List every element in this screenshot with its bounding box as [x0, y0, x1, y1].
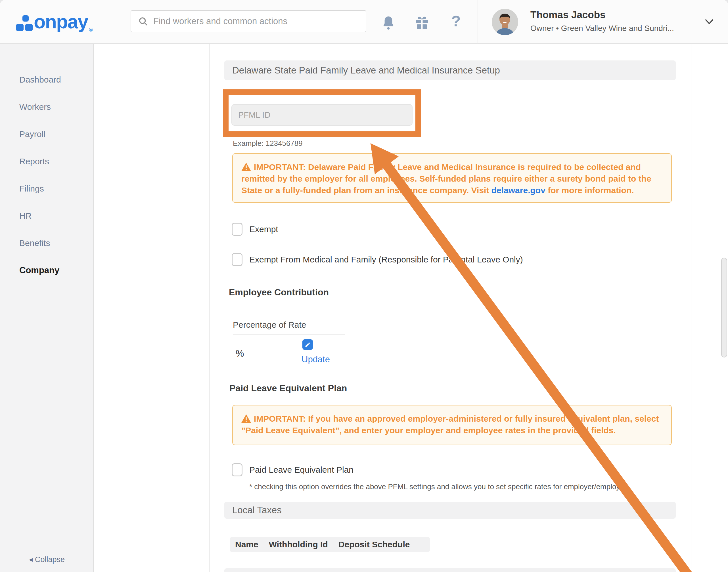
- chevron-down-icon[interactable]: [703, 16, 716, 27]
- registered-mark: ®: [89, 27, 93, 33]
- local-taxes-table-header: Name Withholding Id Deposit Schedule: [230, 537, 430, 552]
- pfml-important-warning: IMPORTANT: Delaware Paid Family Leave an…: [232, 153, 672, 203]
- search-icon: [138, 16, 148, 26]
- plep-footnote: * checking this option overrides the abo…: [249, 482, 628, 491]
- page-title: Delaware State Paid Family Leave and Med…: [224, 60, 676, 80]
- plep-checkbox[interactable]: [232, 463, 242, 476]
- warning1-text-post: for more information.: [545, 186, 634, 195]
- exempt-medical-label: Exempt From Medical and Family (Responsi…: [249, 255, 523, 265]
- pfml-id-input[interactable]: [231, 104, 413, 126]
- column-name: Name: [235, 540, 258, 549]
- warning-triangle-icon: [241, 414, 251, 423]
- plep-row: Paid Leave Equivalent Plan: [232, 463, 354, 476]
- user-name: Thomas Jacobs: [530, 9, 606, 20]
- exempt-medical-checkbox[interactable]: [232, 253, 242, 266]
- notifications-bell-icon[interactable]: [380, 14, 397, 31]
- global-search[interactable]: [131, 10, 366, 32]
- onpay-logo-mark-icon: [16, 8, 34, 33]
- plep-label: Paid Leave Equivalent Plan: [249, 465, 354, 475]
- sidebar-nav: Dashboard Workers Payroll Reports Filing…: [0, 44, 94, 572]
- sidebar-item-company[interactable]: Company: [0, 257, 93, 284]
- top-header: onpay ® ?: [0, 0, 728, 44]
- next-section-bar: [224, 568, 676, 572]
- sidebar-item-benefits[interactable]: Benefits: [0, 229, 93, 257]
- update-link[interactable]: Update: [302, 354, 330, 365]
- exempt-label: Exempt: [249, 224, 278, 234]
- help-question-icon[interactable]: ?: [447, 12, 465, 29]
- sidebar-item-hr[interactable]: HR: [0, 202, 93, 229]
- exempt-checkbox[interactable]: [232, 223, 242, 236]
- paid-leave-equivalent-heading: Paid Leave Equivalent Plan: [229, 383, 347, 394]
- pfml-example-text: Example: 123456789: [233, 139, 303, 148]
- employee-contribution-heading: Employee Contribution: [229, 287, 329, 298]
- plep-important-warning: IMPORTANT: If you have an approved emplo…: [232, 405, 672, 445]
- sidebar-item-workers[interactable]: Workers: [0, 93, 93, 121]
- main-content: Delaware State Paid Family Leave and Med…: [210, 44, 691, 572]
- rewards-gift-icon[interactable]: [413, 14, 430, 31]
- collapse-label: Collapse: [35, 555, 65, 564]
- sidebar-item-dashboard[interactable]: Dashboard: [0, 66, 93, 93]
- percentage-of-rate-header: Percentage of Rate: [233, 320, 306, 330]
- collapse-left-triangle-icon: ◀: [29, 557, 33, 563]
- sidebar-item-filings[interactable]: Filings: [0, 175, 93, 202]
- local-taxes-heading: Local Taxes: [224, 502, 676, 519]
- user-avatar[interactable]: [492, 9, 518, 35]
- column-withholding-id: Withholding Id: [269, 540, 328, 549]
- search-input[interactable]: [153, 16, 366, 26]
- onpay-logo-wordmark: onpay: [34, 8, 88, 35]
- vertical-scrollbar-thumb[interactable]: [721, 258, 727, 358]
- exempt-row: Exempt: [232, 223, 278, 236]
- column-underline: [233, 334, 345, 335]
- warning2-text: IMPORTANT: If you have an approved emplo…: [241, 414, 659, 435]
- onpay-logo[interactable]: onpay ®: [16, 8, 93, 35]
- sidebar-collapse-button[interactable]: ◀ Collapse: [29, 555, 65, 564]
- delaware-gov-link[interactable]: delaware.gov: [491, 186, 545, 195]
- secondary-panel: [94, 44, 209, 572]
- sidebar-item-reports[interactable]: Reports: [0, 148, 93, 175]
- app-window: onpay ® ?: [0, 0, 728, 572]
- user-role-company: Owner • Green Valley Wine and Sundri...: [530, 24, 674, 33]
- header-divider: [478, 0, 478, 44]
- warning-triangle-icon: [241, 162, 251, 171]
- edit-pencil-icon[interactable]: [302, 339, 313, 350]
- sidebar-item-payroll[interactable]: Payroll: [0, 121, 93, 148]
- exempt-medical-row: Exempt From Medical and Family (Responsi…: [232, 253, 523, 266]
- percent-symbol: %: [236, 348, 244, 359]
- column-deposit-schedule: Deposit Schedule: [339, 540, 410, 549]
